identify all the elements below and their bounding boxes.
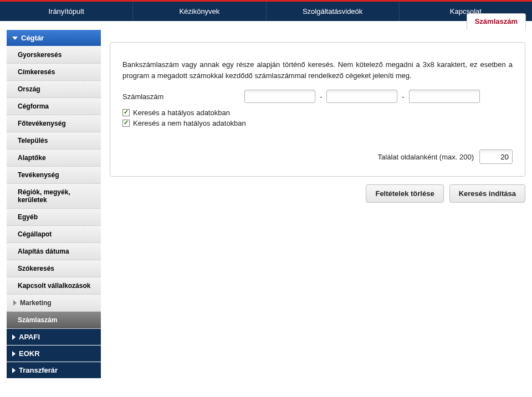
sidebar-item-alaptoke[interactable]: Alaptőke — [7, 149, 101, 167]
sidebar-subitems: Gyorskeresés Címkeresés Ország Cégforma … — [7, 47, 101, 329]
accordion-header-eokr[interactable]: EOKR — [7, 346, 101, 362]
top-navbar: Irányítópult Kézikönyvek Szolgáltatásvid… — [0, 0, 532, 21]
results-per-page-input[interactable] — [479, 149, 513, 164]
account-segment-1[interactable] — [244, 90, 315, 103]
action-buttons: Feltételek törlése Keresés indítása — [110, 184, 525, 203]
accordion-label: APAFI — [19, 333, 40, 341]
row-szamlaszam: Számlaszám - - — [122, 90, 513, 103]
sidebar-item-tevekenyseg[interactable]: Tevékenység — [7, 167, 101, 184]
account-segment-3[interactable] — [409, 90, 480, 103]
nav-item-videos[interactable]: Szolgáltatásvideók — [267, 2, 400, 21]
chevron-right-icon — [12, 368, 16, 373]
chevron-right-icon — [13, 300, 17, 306]
sidebar-item-fotevekenyseg[interactable]: Főtevékenység — [7, 115, 101, 132]
check-icon: ✓ — [124, 109, 129, 116]
sidebar-item-cimkereses[interactable]: Címkeresés — [7, 64, 101, 81]
sidebar: Cégtár Gyorskeresés Címkeresés Ország Cé… — [7, 30, 101, 379]
checkbox-row-valid-data: ✓ Keresés a hatályos adatokban — [122, 109, 513, 117]
search-button[interactable]: Keresés indítása — [449, 184, 525, 203]
sidebar-item-telepules[interactable]: Település — [7, 132, 101, 149]
sidebar-item-cegallapot[interactable]: Cégállapot — [7, 226, 101, 243]
results-per-page-label: Találat oldalanként (max. 200) — [378, 153, 474, 161]
main-content: Számlaszám Bankszámlaszám vagy annak egy… — [110, 30, 525, 203]
checkbox-label: Keresés a hatályos adatokban — [133, 109, 230, 117]
panel-description: Bankszámlaszám vagy annak egy része alap… — [122, 59, 513, 81]
chevron-down-icon — [12, 37, 18, 40]
field-label-szamlaszam: Számlaszám — [122, 92, 244, 101]
checkbox-valid-data[interactable]: ✓ — [122, 109, 130, 116]
sidebar-item-gyorskereses[interactable]: Gyorskeresés — [7, 47, 101, 64]
checkbox-label: Keresés a nem hatályos adatokban — [133, 119, 246, 127]
sidebar-item-alapitasdatuma[interactable]: Alapítás dátuma — [7, 243, 101, 260]
search-panel: Bankszámlaszám vagy annak egy része alap… — [110, 42, 525, 177]
checkbox-invalid-data[interactable]: ✓ — [122, 120, 130, 127]
results-per-page-row: Találat oldalanként (max. 200) — [122, 149, 513, 164]
segment-separator: - — [320, 92, 322, 101]
sidebar-item-orszag[interactable]: Ország — [7, 81, 101, 98]
chevron-right-icon — [12, 334, 16, 340]
account-segment-2[interactable] — [326, 90, 397, 103]
tab-szamlaszam[interactable]: Számlaszám — [467, 13, 526, 29]
accordion-label: Transzferár — [19, 366, 58, 374]
accordion-label: Cégtár — [21, 34, 44, 42]
sidebar-item-egyeb[interactable]: Egyéb — [7, 209, 101, 226]
chevron-right-icon — [12, 351, 16, 357]
nav-item-dashboard[interactable]: Irányítópult — [0, 2, 133, 21]
sidebar-item-szokereses[interactable]: Szókeresés — [7, 260, 101, 277]
nav-item-manuals[interactable]: Kézikönyvek — [133, 2, 266, 21]
accordion-header-apafi[interactable]: APAFI — [7, 329, 101, 346]
sidebar-item-kapcsolt[interactable]: Kapcsolt vállalkozások — [7, 277, 101, 295]
sidebar-item-label: Marketing — [20, 299, 52, 307]
sidebar-item-regiok[interactable]: Régiók, megyék, kerületek — [7, 184, 101, 209]
checkbox-row-invalid-data: ✓ Keresés a nem hatályos adatokban — [122, 119, 513, 127]
accordion-header-transzferar[interactable]: Transzferár — [7, 362, 101, 379]
sidebar-item-cegforma[interactable]: Cégforma — [7, 98, 101, 115]
sidebar-item-szamlaszam[interactable]: Számlaszám — [7, 312, 101, 329]
check-icon: ✓ — [124, 119, 129, 126]
clear-button[interactable]: Feltételek törlése — [366, 184, 443, 203]
accordion-header-cegtar[interactable]: Cégtár — [7, 30, 101, 47]
accordion-label: EOKR — [19, 349, 40, 358]
segment-separator: - — [402, 92, 404, 101]
sidebar-item-marketing[interactable]: Marketing — [7, 295, 101, 312]
